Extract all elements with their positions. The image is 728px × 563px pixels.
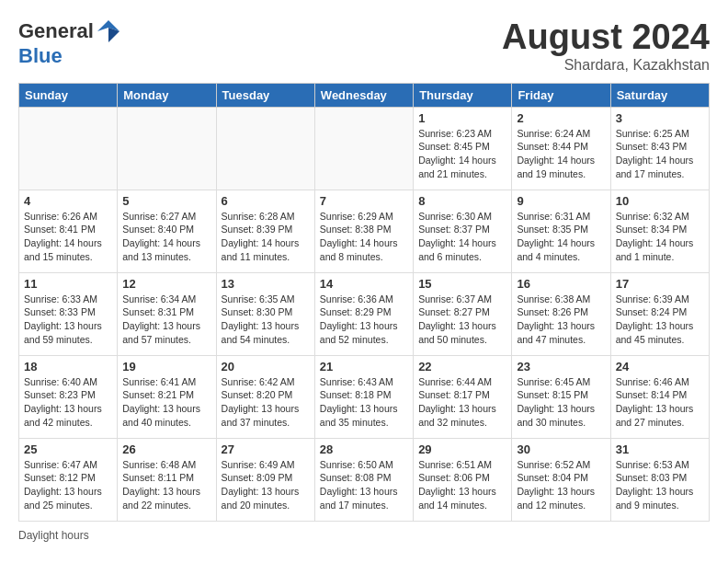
day-info: Sunrise: 6:48 AMSunset: 8:11 PMDaylight:… xyxy=(122,458,210,512)
day-info: Sunrise: 6:46 AMSunset: 8:14 PMDaylight:… xyxy=(616,375,704,430)
calendar-cell: 11Sunrise: 6:33 AMSunset: 8:33 PMDayligh… xyxy=(19,272,118,355)
calendar-cell: 17Sunrise: 6:39 AMSunset: 8:24 PMDayligh… xyxy=(610,272,709,355)
calendar-cell: 26Sunrise: 6:48 AMSunset: 8:11 PMDayligh… xyxy=(118,438,216,521)
day-number: 12 xyxy=(122,277,210,291)
day-info: Sunrise: 6:33 AMSunset: 8:33 PMDaylight:… xyxy=(24,293,112,347)
title-section: August 2024 Shardara, Kazakhstan xyxy=(502,18,710,74)
day-number: 11 xyxy=(24,277,112,291)
calendar-cell: 31Sunrise: 6:53 AMSunset: 8:03 PMDayligh… xyxy=(610,438,709,521)
day-number: 19 xyxy=(122,360,210,373)
day-number: 7 xyxy=(320,194,408,208)
day-number: 6 xyxy=(222,194,310,208)
day-number: 9 xyxy=(517,194,605,208)
calendar-table: SundayMondayTuesdayWednesdayThursdayFrid… xyxy=(18,83,710,522)
calendar-cell: 27Sunrise: 6:49 AMSunset: 8:09 PMDayligh… xyxy=(216,438,314,521)
calendar-cell: 22Sunrise: 6:44 AMSunset: 8:17 PMDayligh… xyxy=(414,355,512,438)
calendar-cell: 4Sunrise: 6:26 AMSunset: 8:41 PMDaylight… xyxy=(19,190,118,272)
day-number: 16 xyxy=(517,277,605,291)
day-number: 3 xyxy=(616,111,704,125)
day-info: Sunrise: 6:28 AMSunset: 8:39 PMDaylight:… xyxy=(222,210,310,264)
day-number: 26 xyxy=(122,442,210,456)
calendar-cell: 16Sunrise: 6:38 AMSunset: 8:26 PMDayligh… xyxy=(512,272,610,355)
calendar-cell: 15Sunrise: 6:37 AMSunset: 8:27 PMDayligh… xyxy=(414,272,512,355)
week-row-5: 25Sunrise: 6:47 AMSunset: 8:12 PMDayligh… xyxy=(19,438,710,521)
calendar-cell: 9Sunrise: 6:31 AMSunset: 8:35 PMDaylight… xyxy=(512,190,610,272)
day-number: 14 xyxy=(320,277,408,291)
calendar-cell: 29Sunrise: 6:51 AMSunset: 8:06 PMDayligh… xyxy=(414,438,512,521)
weekday-header-row: SundayMondayTuesdayWednesdayThursdayFrid… xyxy=(19,83,710,107)
calendar-cell xyxy=(118,107,216,190)
day-info: Sunrise: 6:35 AMSunset: 8:30 PMDaylight:… xyxy=(222,293,310,347)
calendar-cell: 12Sunrise: 6:34 AMSunset: 8:31 PMDayligh… xyxy=(118,272,216,355)
calendar-cell xyxy=(216,107,314,190)
day-number: 2 xyxy=(517,111,605,125)
day-info: Sunrise: 6:25 AMSunset: 8:43 PMDaylight:… xyxy=(616,127,704,181)
day-info: Sunrise: 6:30 AMSunset: 8:37 PMDaylight:… xyxy=(418,210,506,264)
day-number: 17 xyxy=(616,277,704,291)
day-number: 15 xyxy=(418,277,506,291)
day-number: 22 xyxy=(418,360,506,373)
calendar-cell: 28Sunrise: 6:50 AMSunset: 8:08 PMDayligh… xyxy=(314,438,413,521)
day-number: 18 xyxy=(24,360,112,373)
logo-blue-text: Blue xyxy=(18,44,63,68)
day-info: Sunrise: 6:32 AMSunset: 8:34 PMDaylight:… xyxy=(616,210,704,264)
calendar-cell: 2Sunrise: 6:24 AMSunset: 8:44 PMDaylight… xyxy=(512,107,610,190)
weekday-header-sunday: Sunday xyxy=(19,83,118,107)
day-info: Sunrise: 6:24 AMSunset: 8:44 PMDaylight:… xyxy=(517,127,605,181)
day-info: Sunrise: 6:23 AMSunset: 8:45 PMDaylight:… xyxy=(418,127,506,181)
calendar-cell: 20Sunrise: 6:42 AMSunset: 8:20 PMDayligh… xyxy=(216,355,314,438)
day-number: 10 xyxy=(616,194,704,208)
calendar-cell: 23Sunrise: 6:45 AMSunset: 8:15 PMDayligh… xyxy=(512,355,610,438)
calendar-cell: 25Sunrise: 6:47 AMSunset: 8:12 PMDayligh… xyxy=(19,438,118,521)
day-number: 29 xyxy=(418,442,506,456)
day-info: Sunrise: 6:50 AMSunset: 8:08 PMDaylight:… xyxy=(320,458,408,512)
day-info: Sunrise: 6:49 AMSunset: 8:09 PMDaylight:… xyxy=(222,458,310,512)
weekday-header-thursday: Thursday xyxy=(414,83,512,107)
weekday-header-monday: Monday xyxy=(118,83,216,107)
page-header: General Blue August 2024 Shardara, Kazak… xyxy=(18,18,710,74)
day-number: 13 xyxy=(222,277,310,291)
calendar-cell: 7Sunrise: 6:29 AMSunset: 8:38 PMDaylight… xyxy=(314,190,413,272)
logo: General Blue xyxy=(18,18,121,68)
week-row-3: 11Sunrise: 6:33 AMSunset: 8:33 PMDayligh… xyxy=(19,272,710,355)
calendar-cell: 14Sunrise: 6:36 AMSunset: 8:29 PMDayligh… xyxy=(314,272,413,355)
week-row-1: 1Sunrise: 6:23 AMSunset: 8:45 PMDaylight… xyxy=(19,107,710,190)
calendar-cell: 6Sunrise: 6:28 AMSunset: 8:39 PMDaylight… xyxy=(216,190,314,272)
day-info: Sunrise: 6:47 AMSunset: 8:12 PMDaylight:… xyxy=(24,458,112,512)
calendar-cell: 5Sunrise: 6:27 AMSunset: 8:40 PMDaylight… xyxy=(118,190,216,272)
day-number: 23 xyxy=(517,360,605,373)
day-number: 31 xyxy=(616,442,704,456)
day-info: Sunrise: 6:27 AMSunset: 8:40 PMDaylight:… xyxy=(122,210,210,264)
footer-note: Daylight hours xyxy=(18,529,710,542)
day-info: Sunrise: 6:43 AMSunset: 8:18 PMDaylight:… xyxy=(320,375,408,430)
calendar-cell: 3Sunrise: 6:25 AMSunset: 8:43 PMDaylight… xyxy=(610,107,709,190)
week-row-4: 18Sunrise: 6:40 AMSunset: 8:23 PMDayligh… xyxy=(19,355,710,438)
day-number: 21 xyxy=(320,360,408,373)
day-number: 27 xyxy=(222,442,310,456)
calendar-cell: 13Sunrise: 6:35 AMSunset: 8:30 PMDayligh… xyxy=(216,272,314,355)
calendar-cell: 19Sunrise: 6:41 AMSunset: 8:21 PMDayligh… xyxy=(118,355,216,438)
weekday-header-tuesday: Tuesday xyxy=(216,83,314,107)
day-number: 20 xyxy=(222,360,310,373)
day-number: 24 xyxy=(616,360,704,373)
day-info: Sunrise: 6:53 AMSunset: 8:03 PMDaylight:… xyxy=(616,458,704,512)
day-number: 25 xyxy=(24,442,112,456)
calendar-cell: 1Sunrise: 6:23 AMSunset: 8:45 PMDaylight… xyxy=(414,107,512,190)
logo-icon xyxy=(96,18,121,44)
week-row-2: 4Sunrise: 6:26 AMSunset: 8:41 PMDaylight… xyxy=(19,190,710,272)
day-info: Sunrise: 6:31 AMSunset: 8:35 PMDaylight:… xyxy=(517,210,605,264)
day-info: Sunrise: 6:39 AMSunset: 8:24 PMDaylight:… xyxy=(616,293,704,347)
day-number: 5 xyxy=(122,194,210,208)
day-info: Sunrise: 6:36 AMSunset: 8:29 PMDaylight:… xyxy=(320,293,408,347)
weekday-header-friday: Friday xyxy=(512,83,610,107)
day-info: Sunrise: 6:34 AMSunset: 8:31 PMDaylight:… xyxy=(122,293,210,347)
logo-general-text: General xyxy=(18,19,94,43)
location-text: Shardara, Kazakhstan xyxy=(502,57,710,74)
day-info: Sunrise: 6:37 AMSunset: 8:27 PMDaylight:… xyxy=(418,293,506,347)
day-info: Sunrise: 6:44 AMSunset: 8:17 PMDaylight:… xyxy=(418,375,506,430)
month-year-title: August 2024 xyxy=(502,18,710,57)
day-info: Sunrise: 6:29 AMSunset: 8:38 PMDaylight:… xyxy=(320,210,408,264)
day-info: Sunrise: 6:41 AMSunset: 8:21 PMDaylight:… xyxy=(122,375,210,430)
calendar-cell: 21Sunrise: 6:43 AMSunset: 8:18 PMDayligh… xyxy=(314,355,413,438)
weekday-header-saturday: Saturday xyxy=(610,83,709,107)
